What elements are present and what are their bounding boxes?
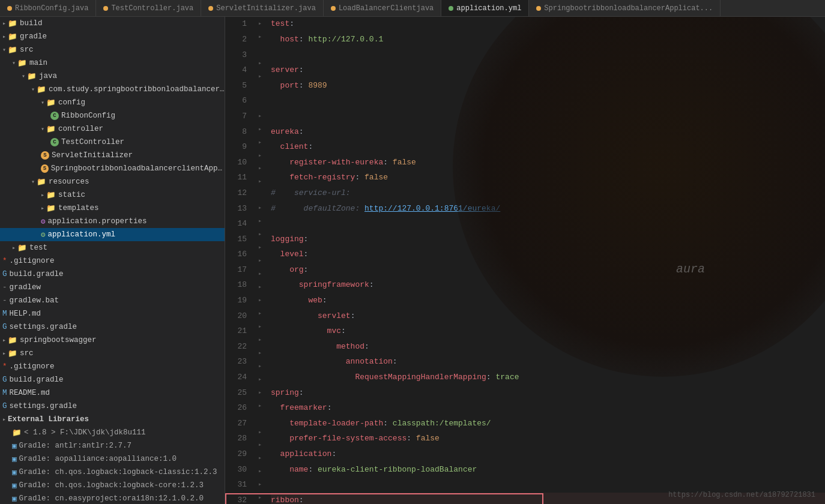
ext-lib-item-4[interactable]: ▣Gradle: ch.qos.logback:logback-core:1.2… bbox=[0, 479, 225, 492]
gutter-line-12: ▸ bbox=[254, 161, 266, 175]
sidebar-item-7[interactable]: CRibbonConfig bbox=[0, 109, 225, 122]
sidebar-item-label: SpringbootribbonloadbalancerclientApplic… bbox=[51, 164, 225, 173]
token: template-loader-path bbox=[271, 418, 383, 430]
sidebar-item-10[interactable]: SServletInitializer bbox=[0, 149, 225, 162]
folder-arrow: ▾ bbox=[31, 178, 35, 185]
token: annotation bbox=[271, 356, 393, 368]
folder-icon: 📁 bbox=[8, 45, 17, 55]
token: : bbox=[331, 448, 336, 461]
sidebar-item-14[interactable]: ▸📁templates bbox=[0, 202, 225, 215]
sidebar-item-16[interactable]: ⚙application.yml bbox=[0, 228, 225, 241]
sidebar-item-8[interactable]: ▾📁controller bbox=[0, 122, 225, 136]
code-line-13: # defaultZone: http://127.0.0.1:8761/eur… bbox=[271, 201, 825, 217]
ext-label: External Libraries bbox=[8, 415, 89, 424]
sidebar-item-label: HELP.md bbox=[10, 310, 41, 318]
ext-lib-item-3[interactable]: ▣Gradle: ch.qos.logback:logback-classic:… bbox=[0, 466, 225, 479]
sidebar-item-label: ServletInitializer bbox=[52, 151, 133, 160]
sidebar-item-1[interactable]: ▸📁gradle bbox=[0, 30, 225, 43]
sidebar-item-9[interactable]: CTestController bbox=[0, 136, 225, 149]
sidebar-item-11[interactable]: SSpringbootribbonloadbalancerclientAppli… bbox=[0, 162, 225, 175]
token: : bbox=[393, 356, 397, 368]
ext-lib-item-0[interactable]: 📁< 1.8 > F:\JDK\jdk\jdk8u111 bbox=[0, 426, 225, 439]
gutter-line-9: ▸ bbox=[254, 122, 266, 136]
gutter-line-5: ▸ bbox=[254, 70, 266, 83]
token: http://127.0.0.1 bbox=[304, 34, 384, 46]
line-number-30: 30 bbox=[225, 462, 247, 478]
external-libraries-header[interactable]: ▸External Libraries bbox=[0, 413, 225, 426]
sidebar-item-2[interactable]: ▾📁src bbox=[0, 43, 225, 56]
tab-icon-servletinitializer bbox=[208, 6, 213, 11]
folder-icon: 📁 bbox=[27, 71, 37, 81]
code-content[interactable]: test: host: http://127.0.0.1server: port… bbox=[266, 17, 825, 504]
sidebar-item-28[interactable]: MREADME.md bbox=[0, 386, 225, 400]
sidebar-item-24[interactable]: ▸📁springbootswagger bbox=[0, 334, 225, 347]
code-line-28: prefer-file-system-access: false bbox=[271, 431, 825, 447]
token: : bbox=[299, 80, 304, 92]
token: application bbox=[271, 448, 331, 461]
gutter-line-15: ▸ bbox=[254, 201, 266, 214]
line-number-29: 29 bbox=[225, 447, 247, 463]
ext-lib-item-5[interactable]: ▣Gradle: cn.easyproject:orai18n:12.1.0.2… bbox=[0, 492, 225, 504]
sidebar-item-22[interactable]: MHELP.md bbox=[0, 307, 225, 320]
tab-ribbonconfig[interactable]: RibbonConfig.java bbox=[0, 0, 96, 16]
line-number-17: 17 bbox=[225, 263, 247, 278]
tab-servletinitializer[interactable]: ServletInitializer.java bbox=[201, 0, 324, 16]
token: RequestMappingHandlerMapping bbox=[271, 371, 486, 384]
sidebar-item-12[interactable]: ▾📁resources bbox=[0, 175, 225, 188]
line-number-2: 2 bbox=[225, 32, 247, 48]
sidebar-item-27[interactable]: Gbuild.gradle bbox=[0, 373, 225, 386]
sidebar-item-17[interactable]: ▸📁test bbox=[0, 241, 225, 254]
main-layout: ▸📁build▸📁gradle▾📁src▾📁main▾📁java▾📁com.st… bbox=[0, 17, 825, 504]
token: : bbox=[308, 141, 313, 154]
ext-lib-item-2[interactable]: ▣Gradle: aopalliance:aopalliance:1.0 bbox=[0, 452, 225, 466]
ext-lib-label: Gradle: aopalliance:aopalliance:1.0 bbox=[19, 455, 177, 463]
code-line-29: application: bbox=[271, 447, 825, 463]
tab-testcontroller[interactable]: TestController.java bbox=[96, 0, 201, 16]
sidebar-item-3[interactable]: ▾📁main bbox=[0, 56, 225, 70]
sidebar-item-6[interactable]: ▾📁config bbox=[0, 96, 225, 109]
sidebar-item-26[interactable]: *.gitignore bbox=[0, 360, 225, 373]
sidebar-item-0[interactable]: ▸📁build bbox=[0, 17, 225, 30]
code-line-10: register-with-eureka: false bbox=[271, 155, 825, 170]
sidebar-item-29[interactable]: Gsettings.gradle bbox=[0, 400, 225, 413]
code-line-17: org: bbox=[271, 263, 825, 278]
tab-springbootapp[interactable]: SpringbootribbonloadbalancerApplicat... bbox=[529, 0, 721, 16]
code-view[interactable]: 1234567891011121314151617181920212223242… bbox=[225, 17, 825, 504]
tab-loadbalancerclient[interactable]: LoadBalancerClientjava bbox=[324, 0, 441, 16]
sidebar-item-15[interactable]: ⚙application.properties bbox=[0, 215, 225, 228]
git-icon: * bbox=[2, 257, 7, 265]
sidebar[interactable]: ▸📁build▸📁gradle▾📁src▾📁main▾📁java▾📁com.st… bbox=[0, 17, 225, 504]
sidebar-item-23[interactable]: Gsettings.gradle bbox=[0, 320, 225, 334]
sidebar-item-5[interactable]: ▾📁com.study.springbootribbonloadbalancer… bbox=[0, 83, 225, 96]
sidebar-item-25[interactable]: ▸📁src bbox=[0, 347, 225, 360]
sidebar-item-label: gradle bbox=[20, 32, 47, 41]
line-number-9: 9 bbox=[225, 140, 247, 155]
folder-icon: 📁 bbox=[46, 124, 56, 134]
class-icon: C bbox=[50, 138, 59, 146]
line-number-19: 19 bbox=[225, 293, 247, 309]
sidebar-item-13[interactable]: ▸📁static bbox=[0, 188, 225, 202]
token: mvc bbox=[271, 325, 341, 338]
gutter-line-25: ▸ bbox=[254, 333, 266, 346]
sidebar-item-21[interactable]: -gradlew.bat bbox=[0, 294, 225, 307]
sidebar-item-label: com.study.springbootribbonloadbalancercl… bbox=[49, 85, 225, 94]
folder-icon: 📁 bbox=[8, 19, 17, 28]
ext-lib-item-1[interactable]: ▣Gradle: antlr:antlr:2.7.7 bbox=[0, 439, 225, 452]
git-icon: * bbox=[2, 362, 7, 371]
sidebar-item-19[interactable]: Gbuild.gradle bbox=[0, 268, 225, 281]
sidebar-item-20[interactable]: -gradlew bbox=[0, 281, 225, 294]
line-number-22: 22 bbox=[225, 339, 247, 355]
token: classpath:/templates/ bbox=[388, 418, 491, 430]
folder-arrow: ▸ bbox=[2, 337, 6, 344]
sidebar-item-4[interactable]: ▾📁java bbox=[0, 70, 225, 83]
gutter-line-34: ▸ bbox=[254, 451, 266, 464]
tab-label-servletinitializer: ServletInitializer.java bbox=[216, 4, 316, 13]
tab-icon-loadbalancerclient bbox=[331, 6, 336, 11]
tab-applicationyml[interactable]: application.yml bbox=[441, 0, 529, 16]
sidebar-item-18[interactable]: *.gitignore bbox=[0, 254, 225, 268]
code-line-4: server: bbox=[271, 63, 825, 79]
folder-icon: 📁 bbox=[46, 203, 56, 213]
code-line-22: method: bbox=[271, 339, 825, 355]
tab-bar[interactable]: RibbonConfig.java TestController.java Se… bbox=[0, 0, 825, 17]
gutter-line-36: ▸ bbox=[254, 478, 266, 491]
